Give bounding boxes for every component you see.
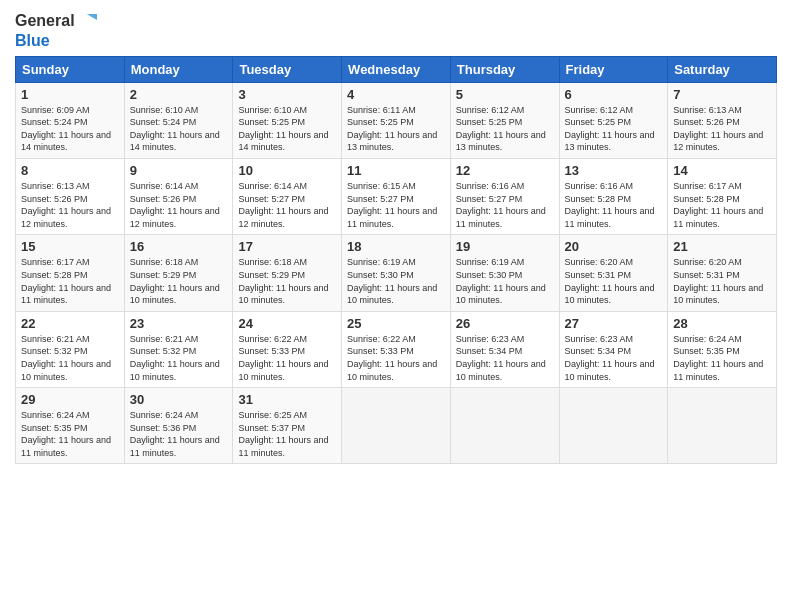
logo: General Blue	[15, 10, 99, 50]
day-number: 22	[21, 316, 119, 331]
day-number: 30	[130, 392, 228, 407]
day-number: 4	[347, 87, 445, 102]
day-info: Sunrise: 6:24 AMSunset: 5:36 PMDaylight:…	[130, 409, 228, 459]
day-number: 16	[130, 239, 228, 254]
calendar-table: SundayMondayTuesdayWednesdayThursdayFrid…	[15, 56, 777, 465]
day-info: Sunrise: 6:25 AMSunset: 5:37 PMDaylight:…	[238, 409, 336, 459]
day-number: 6	[565, 87, 663, 102]
day-info: Sunrise: 6:24 AMSunset: 5:35 PMDaylight:…	[21, 409, 119, 459]
calendar-cell: 7Sunrise: 6:13 AMSunset: 5:26 PMDaylight…	[668, 82, 777, 158]
calendar-header-thursday: Thursday	[450, 56, 559, 82]
calendar-cell: 26Sunrise: 6:23 AMSunset: 5:34 PMDayligh…	[450, 311, 559, 387]
day-number: 31	[238, 392, 336, 407]
day-info: Sunrise: 6:12 AMSunset: 5:25 PMDaylight:…	[456, 104, 554, 154]
day-number: 3	[238, 87, 336, 102]
day-number: 25	[347, 316, 445, 331]
calendar-cell: 8Sunrise: 6:13 AMSunset: 5:26 PMDaylight…	[16, 158, 125, 234]
calendar-header-wednesday: Wednesday	[342, 56, 451, 82]
calendar-week-row: 29Sunrise: 6:24 AMSunset: 5:35 PMDayligh…	[16, 388, 777, 464]
calendar-cell	[559, 388, 668, 464]
day-number: 18	[347, 239, 445, 254]
day-info: Sunrise: 6:23 AMSunset: 5:34 PMDaylight:…	[456, 333, 554, 383]
day-number: 7	[673, 87, 771, 102]
calendar-week-row: 15Sunrise: 6:17 AMSunset: 5:28 PMDayligh…	[16, 235, 777, 311]
day-number: 15	[21, 239, 119, 254]
calendar-cell: 15Sunrise: 6:17 AMSunset: 5:28 PMDayligh…	[16, 235, 125, 311]
day-number: 14	[673, 163, 771, 178]
day-number: 12	[456, 163, 554, 178]
day-number: 11	[347, 163, 445, 178]
calendar-header-row: SundayMondayTuesdayWednesdayThursdayFrid…	[16, 56, 777, 82]
calendar-cell: 16Sunrise: 6:18 AMSunset: 5:29 PMDayligh…	[124, 235, 233, 311]
day-number: 28	[673, 316, 771, 331]
calendar-cell: 28Sunrise: 6:24 AMSunset: 5:35 PMDayligh…	[668, 311, 777, 387]
day-number: 5	[456, 87, 554, 102]
day-number: 20	[565, 239, 663, 254]
day-info: Sunrise: 6:14 AMSunset: 5:26 PMDaylight:…	[130, 180, 228, 230]
calendar-cell: 4Sunrise: 6:11 AMSunset: 5:25 PMDaylight…	[342, 82, 451, 158]
day-number: 10	[238, 163, 336, 178]
calendar-cell: 17Sunrise: 6:18 AMSunset: 5:29 PMDayligh…	[233, 235, 342, 311]
svg-marker-1	[87, 14, 97, 20]
calendar-header-monday: Monday	[124, 56, 233, 82]
calendar-cell: 23Sunrise: 6:21 AMSunset: 5:32 PMDayligh…	[124, 311, 233, 387]
day-info: Sunrise: 6:24 AMSunset: 5:35 PMDaylight:…	[673, 333, 771, 383]
calendar-cell: 27Sunrise: 6:23 AMSunset: 5:34 PMDayligh…	[559, 311, 668, 387]
logo-bird-icon	[77, 10, 99, 32]
calendar-week-row: 8Sunrise: 6:13 AMSunset: 5:26 PMDaylight…	[16, 158, 777, 234]
day-info: Sunrise: 6:21 AMSunset: 5:32 PMDaylight:…	[130, 333, 228, 383]
logo-text: General Blue	[15, 10, 99, 50]
day-info: Sunrise: 6:16 AMSunset: 5:27 PMDaylight:…	[456, 180, 554, 230]
day-number: 13	[565, 163, 663, 178]
day-info: Sunrise: 6:20 AMSunset: 5:31 PMDaylight:…	[565, 256, 663, 306]
day-info: Sunrise: 6:17 AMSunset: 5:28 PMDaylight:…	[673, 180, 771, 230]
calendar-week-row: 22Sunrise: 6:21 AMSunset: 5:32 PMDayligh…	[16, 311, 777, 387]
calendar-cell: 18Sunrise: 6:19 AMSunset: 5:30 PMDayligh…	[342, 235, 451, 311]
day-info: Sunrise: 6:11 AMSunset: 5:25 PMDaylight:…	[347, 104, 445, 154]
calendar-cell: 20Sunrise: 6:20 AMSunset: 5:31 PMDayligh…	[559, 235, 668, 311]
day-info: Sunrise: 6:17 AMSunset: 5:28 PMDaylight:…	[21, 256, 119, 306]
day-info: Sunrise: 6:19 AMSunset: 5:30 PMDaylight:…	[347, 256, 445, 306]
calendar-cell	[342, 388, 451, 464]
day-info: Sunrise: 6:16 AMSunset: 5:28 PMDaylight:…	[565, 180, 663, 230]
day-number: 9	[130, 163, 228, 178]
header: General Blue	[15, 10, 777, 50]
day-info: Sunrise: 6:13 AMSunset: 5:26 PMDaylight:…	[673, 104, 771, 154]
calendar-header-tuesday: Tuesday	[233, 56, 342, 82]
calendar-cell: 24Sunrise: 6:22 AMSunset: 5:33 PMDayligh…	[233, 311, 342, 387]
calendar-cell: 9Sunrise: 6:14 AMSunset: 5:26 PMDaylight…	[124, 158, 233, 234]
calendar-header-friday: Friday	[559, 56, 668, 82]
calendar-cell: 11Sunrise: 6:15 AMSunset: 5:27 PMDayligh…	[342, 158, 451, 234]
day-number: 17	[238, 239, 336, 254]
calendar-cell: 13Sunrise: 6:16 AMSunset: 5:28 PMDayligh…	[559, 158, 668, 234]
calendar-week-row: 1Sunrise: 6:09 AMSunset: 5:24 PMDaylight…	[16, 82, 777, 158]
calendar-cell: 14Sunrise: 6:17 AMSunset: 5:28 PMDayligh…	[668, 158, 777, 234]
day-info: Sunrise: 6:23 AMSunset: 5:34 PMDaylight:…	[565, 333, 663, 383]
day-info: Sunrise: 6:10 AMSunset: 5:24 PMDaylight:…	[130, 104, 228, 154]
calendar-cell	[450, 388, 559, 464]
day-info: Sunrise: 6:14 AMSunset: 5:27 PMDaylight:…	[238, 180, 336, 230]
page: General Blue SundayMondayTuesdayWednesda…	[0, 0, 792, 612]
calendar-cell: 1Sunrise: 6:09 AMSunset: 5:24 PMDaylight…	[16, 82, 125, 158]
day-info: Sunrise: 6:18 AMSunset: 5:29 PMDaylight:…	[130, 256, 228, 306]
day-info: Sunrise: 6:13 AMSunset: 5:26 PMDaylight:…	[21, 180, 119, 230]
calendar-cell: 2Sunrise: 6:10 AMSunset: 5:24 PMDaylight…	[124, 82, 233, 158]
calendar-cell: 25Sunrise: 6:22 AMSunset: 5:33 PMDayligh…	[342, 311, 451, 387]
calendar-cell: 3Sunrise: 6:10 AMSunset: 5:25 PMDaylight…	[233, 82, 342, 158]
day-number: 21	[673, 239, 771, 254]
day-number: 27	[565, 316, 663, 331]
calendar-cell: 19Sunrise: 6:19 AMSunset: 5:30 PMDayligh…	[450, 235, 559, 311]
day-info: Sunrise: 6:19 AMSunset: 5:30 PMDaylight:…	[456, 256, 554, 306]
day-number: 8	[21, 163, 119, 178]
day-number: 24	[238, 316, 336, 331]
day-number: 29	[21, 392, 119, 407]
day-info: Sunrise: 6:09 AMSunset: 5:24 PMDaylight:…	[21, 104, 119, 154]
calendar-cell: 5Sunrise: 6:12 AMSunset: 5:25 PMDaylight…	[450, 82, 559, 158]
calendar-cell: 29Sunrise: 6:24 AMSunset: 5:35 PMDayligh…	[16, 388, 125, 464]
day-info: Sunrise: 6:21 AMSunset: 5:32 PMDaylight:…	[21, 333, 119, 383]
day-number: 23	[130, 316, 228, 331]
day-number: 19	[456, 239, 554, 254]
day-info: Sunrise: 6:22 AMSunset: 5:33 PMDaylight:…	[347, 333, 445, 383]
calendar-cell: 22Sunrise: 6:21 AMSunset: 5:32 PMDayligh…	[16, 311, 125, 387]
day-number: 26	[456, 316, 554, 331]
